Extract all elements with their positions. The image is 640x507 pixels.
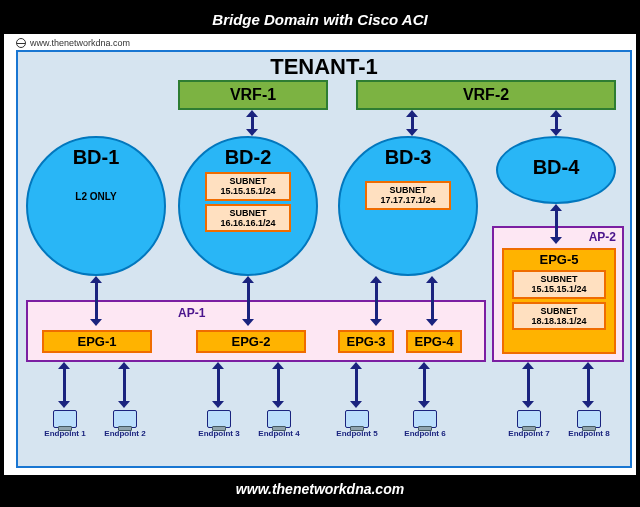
computer-icon — [207, 410, 231, 428]
source-url-top: www.thenetworkdna.com — [16, 38, 130, 48]
vrf-1: VRF-1 — [178, 80, 328, 110]
epg-3-label: EPG-3 — [346, 334, 385, 349]
arrow-vrf1-bd2 — [246, 110, 258, 136]
epg-1-label: EPG-1 — [77, 334, 116, 349]
vrf-1-label: VRF-1 — [230, 86, 276, 103]
endpoint-8: Endpoint 8 — [562, 410, 616, 438]
arrow-vrf2-bd3 — [406, 110, 418, 136]
endpoint-2: Endpoint 2 — [98, 410, 152, 438]
endpoint-1: Endpoint 1 — [38, 410, 92, 438]
arrow-epg4-ep6 — [418, 362, 430, 408]
arrow-bd3-epg3 — [370, 276, 382, 326]
computer-icon — [113, 410, 137, 428]
ap-2: AP-2 EPG-5 SUBNET15.15.15.1/24 SUBNET18.… — [492, 226, 624, 362]
ap-1-label: AP-1 — [178, 306, 205, 320]
endpoint-7: Endpoint 7 — [502, 410, 556, 438]
computer-icon — [267, 410, 291, 428]
bd-1-note: L2 ONLY — [75, 191, 116, 202]
title-text: Bridge Domain with Cisco ACI — [212, 11, 427, 28]
arrow-bd4-epg5 — [550, 204, 562, 244]
vrf-2-label: VRF-2 — [463, 86, 509, 103]
computer-icon — [345, 410, 369, 428]
epg-3: EPG-3 — [338, 330, 394, 353]
endpoint-3: Endpoint 3 — [192, 410, 246, 438]
arrow-epg3-ep5 — [350, 362, 362, 408]
arrow-vrf2-bd4 — [550, 110, 562, 136]
epg-5-subnet-1: SUBNET15.15.15.1/24 — [512, 270, 606, 299]
arrow-epg1-ep2 — [118, 362, 130, 408]
bd-2-label: BD-2 — [225, 146, 272, 169]
computer-icon — [577, 410, 601, 428]
bd-1: BD-1 L2 ONLY — [26, 136, 166, 276]
epg-5-label: EPG-5 — [539, 252, 578, 267]
computer-icon — [53, 410, 77, 428]
arrow-bd1-epg1 — [90, 276, 102, 326]
epg-4: EPG-4 — [406, 330, 462, 353]
epg-5: EPG-5 SUBNET15.15.15.1/24 SUBNET18.18.18… — [502, 248, 616, 354]
arrow-epg5-ep7 — [522, 362, 534, 408]
arrow-epg2-ep4 — [272, 362, 284, 408]
arrow-epg2-ep3 — [212, 362, 224, 408]
arrow-bd2-epg2 — [242, 276, 254, 326]
title-bar: Bridge Domain with Cisco ACI — [4, 4, 636, 34]
ap-2-label: AP-2 — [589, 230, 616, 244]
diagram-frame: Bridge Domain with Cisco ACI www.thenetw… — [0, 0, 640, 507]
arrow-epg5-ep8 — [582, 362, 594, 408]
computer-icon — [517, 410, 541, 428]
arrow-bd3-epg4 — [426, 276, 438, 326]
bd-1-label: BD-1 — [73, 146, 120, 169]
url-text: www.thenetworkdna.com — [30, 38, 130, 48]
bd-4-label: BD-4 — [533, 156, 580, 179]
footer-text: www.thenetworkdna.com — [236, 481, 404, 497]
epg-1: EPG-1 — [42, 330, 152, 353]
footer-bar: www.thenetworkdna.com — [4, 475, 636, 503]
endpoint-6: Endpoint 6 — [398, 410, 452, 438]
bd-4: BD-4 — [496, 136, 616, 204]
endpoint-4: Endpoint 4 — [252, 410, 306, 438]
bd-3-label: BD-3 — [385, 146, 432, 169]
epg-5-subnet-2: SUBNET18.18.18.1/24 — [512, 302, 606, 331]
tenant-label: TENANT-1 — [18, 54, 630, 80]
arrow-epg1-ep1 — [58, 362, 70, 408]
epg-4-label: EPG-4 — [414, 334, 453, 349]
epg-2-label: EPG-2 — [231, 334, 270, 349]
bd-3-subnet-1: SUBNET17.17.17.1/24 — [365, 181, 451, 210]
bd-2: BD-2 SUBNET15.15.15.1/24 SUBNET16.16.16.… — [178, 136, 318, 276]
endpoint-5: Endpoint 5 — [330, 410, 384, 438]
epg-2: EPG-2 — [196, 330, 306, 353]
tenant-container: TENANT-1 VRF-1 VRF-2 BD-1 L2 ONLY BD-2 S… — [16, 50, 632, 468]
vrf-2: VRF-2 — [356, 80, 616, 110]
globe-icon — [16, 38, 26, 48]
bd-2-subnet-1: SUBNET15.15.15.1/24 — [205, 172, 291, 201]
computer-icon — [413, 410, 437, 428]
bd-3: BD-3 SUBNET17.17.17.1/24 — [338, 136, 478, 276]
bd-2-subnet-2: SUBNET16.16.16.1/24 — [205, 204, 291, 233]
